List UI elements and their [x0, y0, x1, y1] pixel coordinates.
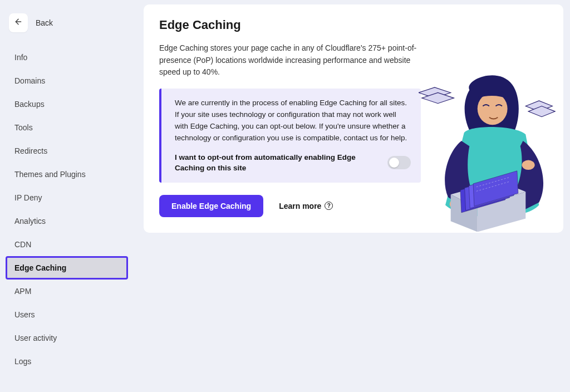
illustration-person-files — [419, 71, 558, 233]
optout-row: I want to opt-out from automatically ena… — [175, 152, 411, 174]
sidebar-item-backups[interactable]: Backups — [6, 92, 128, 116]
optout-label: I want to opt-out from automatically ena… — [175, 152, 379, 174]
sidebar-item-themes-and-plugins[interactable]: Themes and Plugins — [6, 163, 128, 186]
actions-row: Enable Edge Caching Learn more ? — [159, 195, 421, 217]
sidebar: Back Info Domains Backups Tools Redirect… — [0, 0, 134, 392]
sidebar-item-apm[interactable]: APM — [6, 280, 128, 303]
sidebar-item-cdn[interactable]: CDN — [6, 233, 128, 256]
svg-point-1 — [478, 92, 508, 125]
page-title: Edge Caching — [159, 18, 548, 32]
back-button[interactable] — [9, 13, 28, 32]
sidebar-item-redirects[interactable]: Redirects — [6, 139, 128, 163]
sidebar-nav: Info Domains Backups Tools Redirects The… — [3, 46, 130, 373]
content-col: Edge Caching stores your page cache in a… — [159, 42, 421, 217]
sidebar-item-info[interactable]: Info — [6, 46, 128, 69]
notice-panel: We are currently in the process of enabl… — [159, 89, 421, 183]
sidebar-item-users[interactable]: Users — [6, 303, 128, 326]
svg-point-3 — [522, 160, 535, 169]
edge-caching-card: Edge Caching Edge Caching stores your pa… — [144, 4, 563, 233]
sidebar-item-domains[interactable]: Domains — [6, 69, 128, 92]
sidebar-item-tools[interactable]: Tools — [6, 116, 128, 139]
page-description: Edge Caching stores your page cache in a… — [159, 42, 421, 79]
optout-toggle[interactable] — [387, 156, 411, 169]
sidebar-item-ip-deny[interactable]: IP Deny — [6, 186, 128, 209]
toggle-knob — [389, 158, 399, 168]
main-content: Edge Caching Edge Caching stores your pa… — [134, 0, 570, 392]
sidebar-item-analytics[interactable]: Analytics — [6, 209, 128, 233]
enable-edge-caching-button[interactable]: Enable Edge Caching — [159, 195, 263, 217]
learn-more-label: Learn more — [279, 202, 321, 210]
back-row: Back — [9, 13, 130, 32]
sidebar-item-edge-caching[interactable]: Edge Caching — [6, 256, 128, 280]
arrow-left-icon — [14, 17, 23, 28]
notice-text: We are currently in the process of enabl… — [175, 97, 411, 144]
learn-more-link[interactable]: Learn more ? — [279, 202, 333, 210]
sidebar-item-logs[interactable]: Logs — [6, 350, 128, 373]
info-icon: ? — [325, 202, 333, 210]
sidebar-item-user-activity[interactable]: User activity — [6, 326, 128, 350]
back-label: Back — [36, 18, 53, 27]
